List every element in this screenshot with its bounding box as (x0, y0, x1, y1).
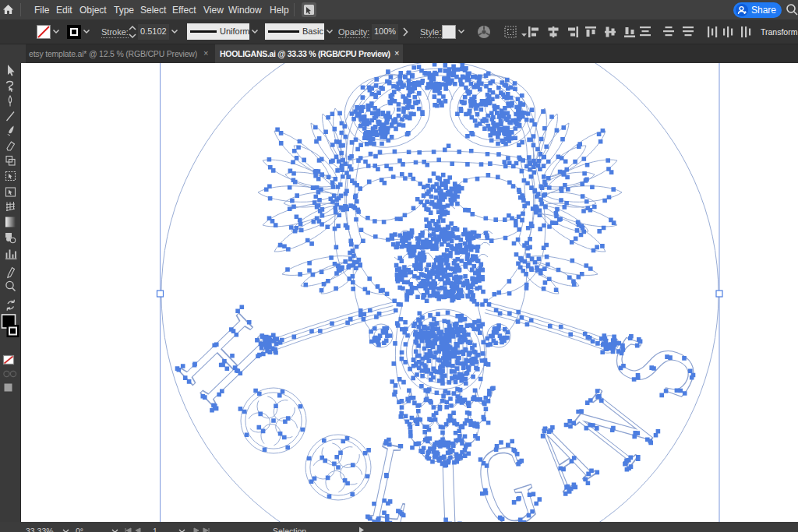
svg-text:L: L (360, 415, 425, 522)
